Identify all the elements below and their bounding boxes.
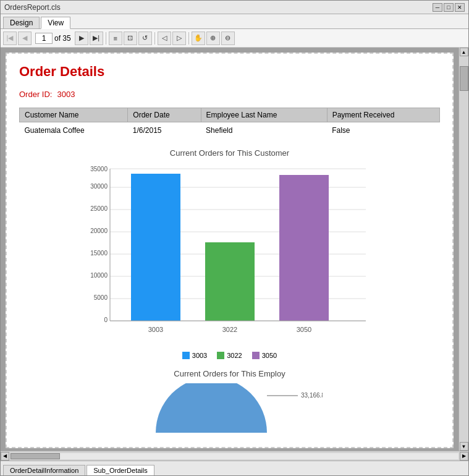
h-scroll-track[interactable] <box>11 453 458 459</box>
svg-text:5000: 5000 <box>93 294 108 301</box>
svg-text:25000: 25000 <box>90 205 108 212</box>
pie-chart-container: Current Orders for This Employ 33,166.8 <box>19 369 440 433</box>
order-id-value: 3003 <box>57 90 75 99</box>
bar-chart-container: Current Orders for This Customer 0 5000 … <box>19 148 440 359</box>
list-view-button[interactable]: ≡ <box>109 32 122 45</box>
bottom-tab-bar: OrderDetailInformation Sub_OrderDetails <box>1 461 468 475</box>
cell-customer: Guatemala Coffee <box>20 122 128 139</box>
svg-text:3022: 3022 <box>222 326 237 333</box>
bar-chart-title: Current Orders for This Customer <box>170 148 289 158</box>
first-page-button[interactable]: |◀ <box>3 32 17 45</box>
tab-design[interactable]: Design <box>3 17 40 28</box>
svg-text:15000: 15000 <box>90 250 108 257</box>
pie-chart-svg: 33,166.8 <box>137 383 323 433</box>
main-window: OrdersReport.cls ─ □ ✕ Design View |◀ ◀ … <box>0 0 469 476</box>
minimize-button[interactable]: ─ <box>433 3 442 12</box>
col-header-employee: Employee Last Name <box>201 108 327 122</box>
col-header-date: Order Date <box>128 108 201 122</box>
back-button[interactable]: ◁ <box>158 32 171 45</box>
separator-2 <box>154 32 155 45</box>
zoom-in-button[interactable]: ⊕ <box>206 32 220 45</box>
bottom-area: ◀ ▶ OrderDetailInformation Sub_OrderDeta… <box>1 451 468 475</box>
page-total: of 35 <box>54 34 71 43</box>
horizontal-scrollbar[interactable]: ◀ ▶ <box>1 451 468 461</box>
pie-chart-title: Current Orders for This Employ <box>174 369 285 378</box>
order-table: Customer Name Order Date Employee Last N… <box>19 108 440 138</box>
refresh-button[interactable]: ↺ <box>138 32 152 45</box>
h-scroll-thumb[interactable] <box>11 453 60 459</box>
window-title: OrdersReport.cls <box>4 3 61 12</box>
last-page-button[interactable]: ▶| <box>90 32 103 45</box>
scroll-down-button[interactable]: ▼ <box>460 442 468 451</box>
legend-item-3003: 3003 <box>182 352 207 359</box>
cell-employee: Shefield <box>201 122 327 139</box>
toolbar: |◀ ◀ of 35 ▶ ▶| ≡ ⊡ ↺ ◁ ▷ ✋ ⊕ ⊖ <box>1 29 468 48</box>
vertical-scrollbar[interactable]: ▲ ▼ <box>458 48 468 451</box>
title-bar: OrdersReport.cls ─ □ ✕ <box>1 1 468 14</box>
legend-item-3022: 3022 <box>217 352 242 359</box>
svg-text:35000: 35000 <box>90 166 108 172</box>
bar-3022 <box>205 242 255 321</box>
zoom-out-button[interactable]: ⊖ <box>221 32 235 45</box>
pie-segment <box>156 383 267 433</box>
separator-3 <box>188 32 189 45</box>
pie-value-label: 33,166.8 <box>301 392 323 399</box>
tab-bar: Design View <box>1 14 468 29</box>
scroll-thumb[interactable] <box>460 66 468 91</box>
bar-chart-legend: 3003 3022 3050 <box>182 352 277 359</box>
svg-text:30000: 30000 <box>90 183 108 190</box>
report-area[interactable]: Order Details Order ID: 3003 Customer Na… <box>1 48 458 451</box>
cell-payment: False <box>327 122 439 139</box>
bar-chart-svg: 0 5000 10000 15000 20000 25000 30000 350… <box>82 163 378 348</box>
legend-label-3022: 3022 <box>227 352 242 359</box>
page-view-button[interactable]: ⊡ <box>124 32 137 45</box>
pie-chart-area: 33,166.8 <box>137 383 323 433</box>
scroll-right-button[interactable]: ▶ <box>460 452 468 461</box>
report-page: Order Details Order ID: 3003 Customer Na… <box>6 53 454 448</box>
svg-text:3003: 3003 <box>148 326 163 333</box>
maximize-button[interactable]: □ <box>444 3 454 12</box>
scroll-up-button[interactable]: ▲ <box>460 48 468 56</box>
col-header-payment: Payment Received <box>327 108 439 122</box>
svg-text:3050: 3050 <box>296 326 311 333</box>
svg-text:20000: 20000 <box>90 227 108 234</box>
main-content: Order Details Order ID: 3003 Customer Na… <box>1 48 468 451</box>
order-id-label: Order ID: <box>19 90 52 99</box>
legend-color-3050 <box>252 352 260 359</box>
report-title: Order Details <box>19 64 440 80</box>
order-id-row: Order ID: 3003 <box>19 90 440 99</box>
window-controls: ─ □ ✕ <box>433 3 465 12</box>
cell-date: 1/6/2015 <box>128 122 201 139</box>
page-indicator: of 35 <box>33 33 74 44</box>
scroll-left-button[interactable]: ◀ <box>1 452 9 461</box>
legend-label-3050: 3050 <box>262 352 277 359</box>
bar-chart-area: 0 5000 10000 15000 20000 25000 30000 350… <box>82 163 378 348</box>
svg-text:10000: 10000 <box>90 272 108 279</box>
next-page-button[interactable]: ▶ <box>75 32 88 45</box>
bar-3003 <box>131 174 180 321</box>
legend-item-3050: 3050 <box>252 352 277 359</box>
legend-color-3003 <box>182 352 190 359</box>
forward-button[interactable]: ▷ <box>172 32 186 45</box>
legend-label-3003: 3003 <box>192 352 207 359</box>
separator-1 <box>106 32 106 45</box>
tab-sub-order-details[interactable]: Sub_OrderDetails <box>87 465 154 475</box>
col-header-customer: Customer Name <box>20 108 128 122</box>
hand-tool-button[interactable]: ✋ <box>192 32 205 45</box>
table-row: Guatemala Coffee 1/6/2015 Shefield False <box>20 122 440 139</box>
prev-page-button[interactable]: ◀ <box>18 32 32 45</box>
page-number-input[interactable] <box>35 33 53 44</box>
tab-order-detail-information[interactable]: OrderDetailInformation <box>3 465 85 475</box>
bar-3050 <box>279 175 329 321</box>
svg-text:0: 0 <box>104 317 108 323</box>
tab-view[interactable]: View <box>41 17 70 29</box>
close-button[interactable]: ✕ <box>455 3 465 12</box>
legend-color-3022 <box>217 352 224 359</box>
